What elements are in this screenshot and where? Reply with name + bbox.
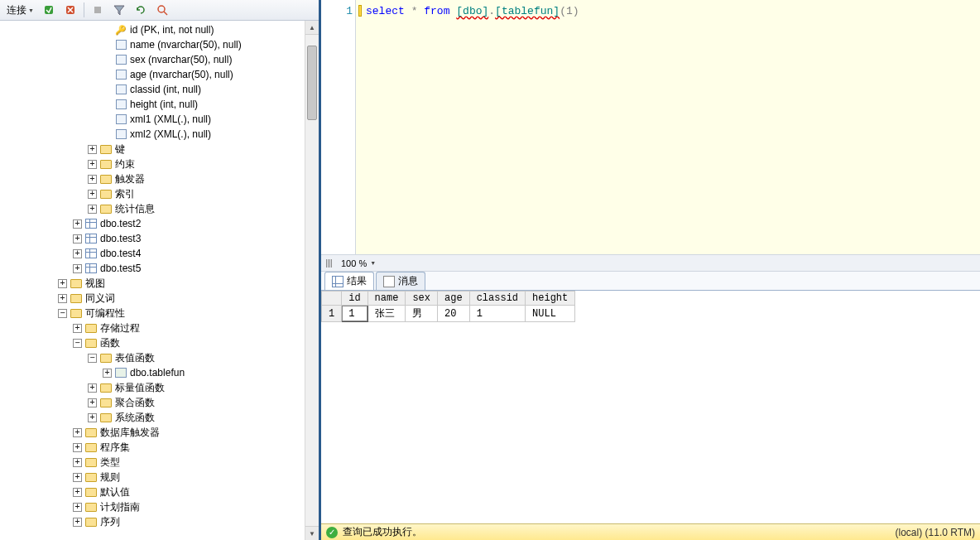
cell[interactable]: 张三	[368, 306, 406, 322]
results-grid-area[interactable]: id name sex age classid height 1 1 张三 男 …	[321, 291, 980, 523]
expander[interactable]: +	[73, 324, 82, 333]
tree-view[interactable]: id (PK, int, not null) name (nvarchar(50…	[0, 21, 319, 540]
folder-item[interactable]: +类型	[3, 455, 319, 470]
filter-button[interactable]	[109, 2, 129, 18]
folder-item[interactable]: +程序集	[3, 440, 319, 455]
grip-icon[interactable]	[326, 259, 333, 268]
column-item[interactable]: height (int, null)	[3, 97, 319, 112]
refresh-icon	[134, 3, 147, 17]
folder-item[interactable]: +序列	[3, 514, 319, 529]
scroll-down-icon[interactable]: ▼	[305, 526, 319, 540]
table-row[interactable]: 1 1 张三 男 20 1 NULL	[322, 306, 575, 322]
folder-item[interactable]: +约束	[3, 157, 319, 171]
folder-item[interactable]: +索引	[3, 186, 319, 201]
col-header[interactable]: height	[526, 292, 575, 306]
expander[interactable]: +	[73, 458, 82, 467]
folder-item[interactable]: +规则	[3, 470, 319, 485]
tab-results-label: 结果	[347, 274, 367, 288]
folder-item[interactable]: +视图	[3, 276, 319, 291]
folder-item[interactable]: +统计信息	[3, 201, 319, 216]
folder-item[interactable]: +标量值函数	[3, 380, 319, 395]
cell[interactable]: 男	[406, 306, 438, 322]
expander[interactable]: −	[88, 354, 97, 363]
search-button[interactable]	[152, 2, 172, 18]
col-header[interactable]: sex	[406, 292, 438, 306]
col-header[interactable]: classid	[469, 292, 525, 306]
folder-functions[interactable]: −函数	[3, 335, 319, 350]
rownum-cell[interactable]: 1	[322, 306, 342, 322]
expander[interactable]: +	[73, 488, 82, 497]
sql-code[interactable]: select * from [dbo].[tablefun](1)	[366, 5, 579, 17]
column-item[interactable]: name (nvarchar(50), null)	[3, 37, 319, 52]
folder-programmability[interactable]: −可编程性	[3, 306, 319, 321]
connect-button[interactable]: 连接 ▼	[3, 2, 37, 19]
cell[interactable]: 20	[438, 306, 470, 322]
cell[interactable]: 1	[342, 306, 368, 322]
column-item[interactable]: age (nvarchar(50), null)	[3, 67, 319, 82]
scroll-up-icon[interactable]: ▲	[305, 21, 319, 35]
cell[interactable]: 1	[469, 306, 525, 322]
zoom-value[interactable]: 100 %	[341, 258, 367, 268]
results-grid[interactable]: id name sex age classid height 1 1 张三 男 …	[321, 291, 575, 322]
expander[interactable]: +	[73, 264, 82, 273]
folder-item[interactable]: +存储过程	[3, 321, 319, 335]
table-item[interactable]: +dbo.test5	[3, 261, 319, 276]
expander[interactable]: +	[88, 398, 97, 407]
tab-results[interactable]: 结果	[324, 272, 374, 290]
expander[interactable]: +	[73, 219, 82, 229]
folder-item[interactable]: +键	[3, 142, 319, 157]
tree-vscrollbar[interactable]: ▲ ▼	[305, 21, 319, 540]
expander[interactable]: +	[58, 294, 67, 303]
column-item[interactable]: classid (int, null)	[3, 82, 319, 97]
expander	[103, 130, 112, 139]
expander[interactable]: +	[73, 518, 82, 527]
expander[interactable]: −	[58, 309, 67, 318]
connect-db-button[interactable]	[39, 2, 59, 18]
folder-tvf[interactable]: −表值函数	[3, 350, 319, 365]
expander[interactable]: +	[88, 145, 97, 154]
column-item[interactable]: id (PK, int, not null)	[3, 22, 319, 37]
disconnect-db-button[interactable]	[60, 2, 80, 18]
expander[interactable]: +	[88, 383, 97, 393]
column-item[interactable]: sex (nvarchar(50), null)	[3, 52, 319, 67]
folder-item[interactable]: +默认值	[3, 485, 319, 499]
zoom-dropdown-icon[interactable]: ▼	[370, 260, 376, 266]
folder-label: 约束	[115, 157, 135, 171]
stop-button[interactable]	[88, 2, 108, 18]
expander[interactable]: −	[73, 339, 82, 348]
folder-item[interactable]: +同义词	[3, 291, 319, 306]
column-item[interactable]: xml1 (XML(.), null)	[3, 112, 319, 127]
refresh-button[interactable]	[131, 2, 151, 18]
table-item[interactable]: +dbo.test4	[3, 246, 319, 261]
expander[interactable]: +	[88, 175, 97, 184]
expander[interactable]: +	[88, 205, 97, 214]
expander[interactable]: +	[73, 503, 82, 512]
expander[interactable]: +	[73, 428, 82, 437]
table-item[interactable]: +dbo.test3	[3, 231, 319, 246]
scroll-thumb[interactable]	[307, 46, 317, 120]
expander[interactable]: +	[73, 249, 82, 258]
expander[interactable]: +	[73, 473, 82, 482]
function-item[interactable]: +dbo.tablefun	[3, 365, 319, 380]
table-item[interactable]: +dbo.test2	[3, 216, 319, 231]
expander[interactable]: +	[73, 234, 82, 243]
expander[interactable]: +	[73, 443, 82, 452]
folder-item[interactable]: +数据库触发器	[3, 425, 319, 440]
sql-editor[interactable]: 1 select * from [dbo].[tablefun](1)	[321, 0, 980, 255]
folder-item[interactable]: +触发器	[3, 171, 319, 186]
expander[interactable]: +	[58, 279, 67, 288]
folder-item[interactable]: +聚合函数	[3, 395, 319, 410]
folder-item[interactable]: +计划指南	[3, 499, 319, 514]
rownum-header[interactable]	[322, 292, 342, 306]
folder-item[interactable]: +系统函数	[3, 410, 319, 425]
expander[interactable]: +	[88, 413, 97, 422]
expander[interactable]: +	[103, 369, 112, 378]
col-header[interactable]: id	[342, 292, 368, 306]
expander[interactable]: +	[88, 160, 97, 169]
column-item[interactable]: xml2 (XML(.), null)	[3, 127, 319, 142]
tab-messages[interactable]: 消息	[376, 272, 425, 290]
cell[interactable]: NULL	[526, 306, 575, 322]
col-header[interactable]: name	[368, 292, 406, 306]
col-header[interactable]: age	[438, 292, 470, 306]
expander[interactable]: +	[88, 190, 97, 199]
